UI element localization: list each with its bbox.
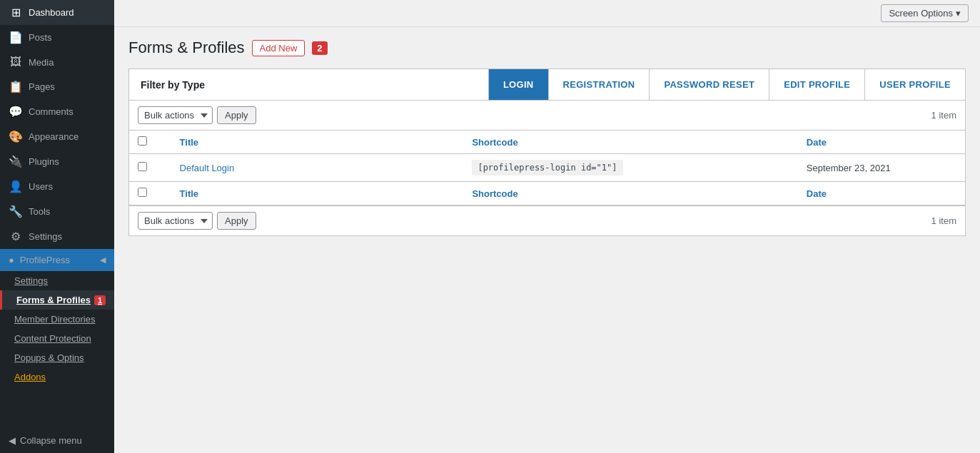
- table-top-toolbar: Bulk actions Apply 1 item: [129, 101, 965, 131]
- sidebar-item-tools[interactable]: 🔧 Tools: [0, 199, 114, 224]
- sidebar-sub-item-content-protection[interactable]: Content Protection: [0, 329, 114, 348]
- footer-check: [129, 182, 171, 205]
- sidebar-item-label: Settings: [29, 231, 62, 242]
- collapse-label: Collapse menu: [20, 435, 82, 446]
- posts-icon: 📄: [9, 31, 23, 44]
- sidebar-item-profilepress[interactable]: ● ProfilePress ◀: [0, 249, 114, 271]
- sidebar-item-label: Comments: [29, 106, 74, 117]
- table-container: Bulk actions Apply 1 item Title: [128, 100, 966, 236]
- row-shortcode: [profilepress-login id="1"]: [463, 154, 797, 182]
- sidebar-item-appearance[interactable]: 🎨 Appearance: [0, 124, 114, 149]
- footer-date[interactable]: Date: [798, 182, 965, 205]
- header-title[interactable]: Title: [171, 131, 464, 154]
- sidebar-item-label: Users: [29, 181, 53, 192]
- filter-tab-registration[interactable]: REGISTRATION: [548, 69, 650, 100]
- main-content: Screen Options ▾ Forms & Profiles Add Ne…: [114, 0, 980, 453]
- sidebar-item-dashboard[interactable]: ⊞ Dashboard: [0, 0, 114, 25]
- row-title: Default Login: [171, 154, 464, 182]
- row-date: September 23, 2021: [798, 154, 965, 182]
- date-value: September 23, 2021: [807, 163, 891, 173]
- select-all-checkbox-top[interactable]: [138, 136, 147, 146]
- row-check: [129, 154, 171, 182]
- chevron-down-icon: ▾: [956, 8, 961, 19]
- tools-icon: 🔧: [9, 205, 23, 218]
- row-title-link[interactable]: Default Login: [180, 163, 235, 173]
- profilepress-icon: ●: [9, 255, 14, 265]
- page-title: Forms & Profiles: [128, 39, 245, 57]
- collapse-menu[interactable]: ◀ Collapse menu: [0, 428, 114, 453]
- sidebar-item-label: Appearance: [29, 131, 79, 142]
- sidebar-sub-item-member-directories[interactable]: Member Directories: [0, 310, 114, 329]
- filter-tab-edit-profile[interactable]: EDIT PROFILE: [769, 69, 864, 100]
- select-all-checkbox-bottom[interactable]: [138, 188, 147, 197]
- topbar: Screen Options ▾: [114, 0, 980, 27]
- settings-icon: ⚙: [9, 230, 23, 243]
- data-table: Title Shortcode Date: [129, 131, 965, 205]
- filter-tab-password-reset[interactable]: PASSWORD RESET: [649, 69, 769, 100]
- shortcode-value: [profilepress-login id="1"]: [472, 160, 622, 175]
- sidebar-item-label: Plugins: [29, 156, 59, 167]
- toolbar-left: Bulk actions Apply: [138, 106, 256, 124]
- table-row: Default Login [profilepress-login id="1"…: [129, 154, 965, 182]
- add-new-button[interactable]: Add New: [252, 40, 305, 56]
- filter-type-bar: Filter by Type LOGIN REGISTRATION PASSWO…: [128, 68, 966, 100]
- pages-icon: 📋: [9, 80, 23, 93]
- sidebar-item-settings[interactable]: ⚙ Settings: [0, 224, 114, 249]
- toolbar-bottom-left: Bulk actions Apply: [138, 212, 256, 230]
- sidebar-sub-item-forms-profiles[interactable]: Forms & Profiles 1: [0, 290, 114, 310]
- page-step-badge: 2: [312, 41, 327, 55]
- filter-tabs: LOGIN REGISTRATION PASSWORD RESET EDIT P…: [488, 69, 965, 100]
- content-area: Forms & Profiles Add New 2 Filter by Typ…: [114, 27, 980, 453]
- sidebar-profilepress-label: ProfilePress: [20, 255, 70, 265]
- header-check: [129, 131, 171, 154]
- bulk-actions-select-top[interactable]: Bulk actions: [138, 106, 213, 124]
- footer-title[interactable]: Title: [171, 182, 464, 205]
- sidebar-item-label: Tools: [29, 206, 50, 217]
- item-count-bottom: 1 item: [931, 215, 956, 226]
- sidebar-item-label: Dashboard: [29, 7, 74, 18]
- footer-shortcode[interactable]: Shortcode: [463, 182, 797, 205]
- plugins-icon: 🔌: [9, 155, 23, 168]
- sidebar-sub-item-settings[interactable]: Settings: [0, 271, 114, 290]
- sidebar-item-media[interactable]: 🖼 Media: [0, 50, 114, 74]
- comments-icon: 💬: [9, 105, 23, 118]
- item-count-top: 1 item: [931, 110, 956, 121]
- users-icon: 👤: [9, 180, 23, 193]
- filter-tab-login[interactable]: LOGIN: [488, 69, 548, 100]
- appearance-icon: 🎨: [9, 130, 23, 143]
- filter-tab-user-profile[interactable]: USER PROFILE: [864, 69, 965, 100]
- sidebar-item-label: Posts: [29, 32, 52, 43]
- sidebar-item-label: Media: [29, 57, 54, 68]
- dashboard-icon: ⊞: [9, 6, 23, 19]
- filter-type-label: Filter by Type: [129, 71, 488, 99]
- sidebar-item-pages[interactable]: 📋 Pages: [0, 74, 114, 99]
- sidebar: ⊞ Dashboard 📄 Posts 🖼 Media 📋 Pages 💬 Co…: [0, 0, 114, 453]
- table-header-row: Title Shortcode Date: [129, 131, 965, 154]
- header-date[interactable]: Date: [798, 131, 965, 154]
- page-title-row: Forms & Profiles Add New 2: [128, 39, 966, 57]
- profilepress-sub-menu: Settings Forms & Profiles 1 Member Direc…: [0, 271, 114, 387]
- apply-button-bottom[interactable]: Apply: [217, 212, 256, 230]
- media-icon: 🖼: [9, 56, 23, 68]
- table-bottom-toolbar: Bulk actions Apply 1 item: [129, 205, 965, 235]
- sidebar-item-users[interactable]: 👤 Users: [0, 174, 114, 199]
- chevron-right-icon: ◀: [100, 255, 106, 265]
- sidebar-sub-item-popups-optins[interactable]: Popups & Optins: [0, 348, 114, 367]
- collapse-icon: ◀: [9, 435, 16, 446]
- bulk-actions-select-bottom[interactable]: Bulk actions: [138, 212, 213, 230]
- sidebar-item-posts[interactable]: 📄 Posts: [0, 25, 114, 50]
- sidebar-item-plugins[interactable]: 🔌 Plugins: [0, 149, 114, 174]
- sidebar-item-label: Pages: [29, 81, 55, 92]
- sidebar-sub-item-addons[interactable]: Addons: [0, 367, 114, 387]
- header-shortcode[interactable]: Shortcode: [463, 131, 797, 154]
- table-footer-row: Title Shortcode Date: [129, 182, 965, 205]
- forms-profiles-badge: 1: [94, 295, 106, 305]
- screen-options-button[interactable]: Screen Options ▾: [881, 4, 969, 22]
- sidebar-item-comments[interactable]: 💬 Comments: [0, 99, 114, 124]
- row-checkbox-0[interactable]: [138, 162, 147, 171]
- apply-button-top[interactable]: Apply: [217, 106, 256, 124]
- screen-options-label: Screen Options: [889, 8, 953, 19]
